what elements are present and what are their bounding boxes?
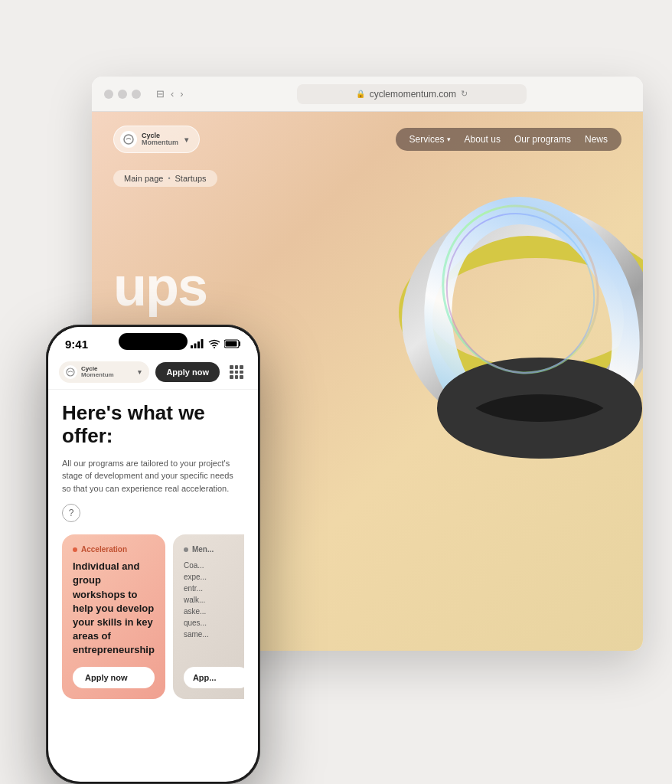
battery-icon	[224, 339, 241, 350]
logo-chevron-icon: ▾	[184, 136, 188, 144]
address-bar[interactable]: 🔒 cyclemomentum.com ↻	[297, 84, 527, 104]
phone-logo-pill[interactable]: Cycle Momentum ▾	[59, 361, 149, 383]
back-icon[interactable]: ‹	[171, 88, 174, 100]
website-hero: ups	[92, 190, 643, 314]
phone-apply-nav-button[interactable]: Apply now	[155, 362, 220, 382]
nav-news[interactable]: News	[585, 134, 608, 145]
card-mentorship: Men... Coa...expe...entr...walk...aske..…	[173, 534, 244, 698]
browser-dots	[104, 90, 141, 99]
breadcrumb-separator: •	[168, 175, 170, 182]
dot-green[interactable]	[132, 90, 141, 99]
scene: ⊟ ‹ › 🔒 cyclemomentum.com ↻ Cycle	[0, 0, 672, 784]
browser-chrome: ⊟ ‹ › 🔒 cyclemomentum.com ↻	[92, 77, 643, 112]
grid-dot-9	[240, 375, 243, 379]
logo-subname: Momentum	[142, 139, 178, 146]
card-mentorship-badge: Men...	[184, 545, 244, 554]
sidebar-icon[interactable]: ⊟	[156, 88, 165, 100]
hero-3d-object	[367, 144, 643, 511]
services-chevron-icon: ▾	[447, 136, 451, 143]
phone-time: 9:41	[65, 338, 88, 351]
phone-logo-chevron-icon: ▾	[138, 368, 142, 376]
dot-red[interactable]	[104, 90, 113, 99]
svg-point-16	[67, 368, 74, 376]
logo-circle-icon	[120, 131, 137, 148]
card-acceleration: Acceleration Individual and group worksh…	[62, 534, 165, 698]
card-badge-dot	[73, 547, 77, 552]
grid-dot-1	[230, 365, 233, 369]
phone-overlay: 9:41	[46, 325, 260, 784]
svg-rect-15	[226, 341, 237, 346]
svg-rect-9	[191, 345, 193, 348]
phone-status-icons	[191, 339, 241, 350]
reload-icon: ↻	[461, 89, 468, 99]
dot-yellow[interactable]	[118, 90, 127, 99]
phone-content: Here's what we offer: All our programs a…	[48, 390, 258, 711]
svg-point-13	[214, 347, 215, 348]
nav-services[interactable]: Services ▾	[409, 134, 451, 145]
grid-dot-2	[235, 365, 239, 369]
grid-dot-4	[230, 371, 233, 374]
phone-cards-row: Acceleration Individual and group worksh…	[62, 534, 244, 698]
phone-grid-icon[interactable]	[226, 361, 247, 383]
breadcrumb-main[interactable]: Main page	[124, 174, 163, 183]
lock-icon: 🔒	[356, 90, 365, 98]
grid-dot-6	[240, 371, 243, 374]
forward-icon[interactable]: ›	[180, 88, 183, 100]
card-mentorship-apply-button[interactable]: App...	[184, 667, 244, 688]
svg-rect-11	[197, 341, 200, 348]
grid-dot-7	[230, 375, 233, 379]
phone-hero-title: Here's what we offer:	[62, 402, 244, 448]
wifi-icon	[208, 339, 220, 350]
nav-about[interactable]: About us	[465, 134, 501, 145]
question-icon[interactable]: ?	[62, 504, 80, 522]
phone-notch	[119, 333, 188, 350]
phone-logo-circle-icon	[64, 365, 77, 379]
grid-dot-5	[235, 371, 239, 374]
phone-logo-sub: Momentum	[81, 372, 114, 378]
phone-status-bar: 9:41	[48, 327, 258, 355]
card-mentorship-badge-dot	[184, 547, 188, 552]
nav-programs[interactable]: Our programs	[514, 134, 571, 145]
phone-nav: Cycle Momentum ▾ Apply now	[48, 355, 258, 390]
card-acceleration-apply-button[interactable]: Apply now	[73, 667, 155, 688]
grid-dot-8	[235, 375, 239, 379]
grid-dot-3	[240, 365, 243, 369]
website-logo[interactable]: Cycle Momentum ▾	[113, 126, 200, 153]
breadcrumb-startups[interactable]: Startups	[175, 174, 207, 183]
card-mentorship-desc: Coa...expe...entr...walk...aske...ques..…	[184, 560, 244, 657]
phone-body: 9:41	[46, 325, 260, 784]
card-acceleration-badge: Acceleration	[73, 545, 155, 554]
svg-rect-12	[201, 339, 204, 348]
phone-inner: 9:41	[48, 327, 258, 782]
breadcrumb: Main page • Startups	[113, 170, 217, 187]
browser-nav-icons: ⊟ ‹ ›	[156, 88, 184, 100]
phone-hero-desc: All our programs are tailored to your pr…	[62, 457, 244, 495]
svg-point-0	[124, 135, 133, 144]
signal-icon	[191, 339, 204, 350]
svg-rect-10	[194, 343, 197, 348]
card-acceleration-title: Individual and group workshops to help y…	[73, 560, 155, 657]
url-text: cyclemomentum.com	[370, 89, 456, 100]
